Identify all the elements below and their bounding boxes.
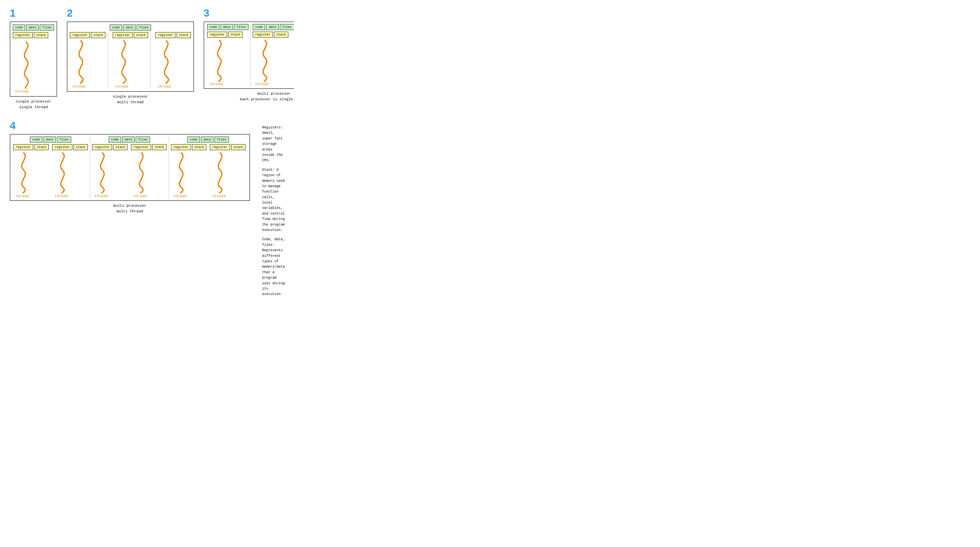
tag-code-2: code xyxy=(110,24,122,30)
diagram-1-number: 1 xyxy=(10,7,57,19)
thread-col-2c: register stack thread xyxy=(153,32,191,89)
thread-wave-1 xyxy=(13,40,42,89)
thread-wave-2b xyxy=(113,40,137,84)
thread-wave-3a xyxy=(207,39,234,82)
proc-4a: code data files register stack thread xyxy=(12,136,90,198)
thread-wave-2c xyxy=(155,40,180,84)
diagram-3-box: code data files register stack thread co… xyxy=(204,22,294,89)
diagram-2-box: code data files register stack thread xyxy=(67,22,194,92)
diagram-3: 3 code data files register stack thread xyxy=(204,7,294,102)
thread-wave-4a1 xyxy=(13,152,37,193)
tag-register: register xyxy=(13,32,33,38)
proc-3a: code data files register stack thread xyxy=(206,24,251,86)
diagram-4-box: code data files register stack thread xyxy=(10,134,250,201)
notes-section: Registers: Small, super fast storage are… xyxy=(262,120,285,301)
thread-col-1: register stack thread xyxy=(13,32,48,94)
diagram-2-shared: code data files xyxy=(110,24,151,30)
tag-data-1: data xyxy=(26,24,39,30)
proc-4b: code data files register stack thread xyxy=(91,136,169,198)
thread-wave-4b1 xyxy=(92,152,115,193)
diagram-2: 2 code data files register stack thread xyxy=(67,7,194,105)
proc-3b: code data files register stack thread xyxy=(252,24,294,86)
proc-4c: code data files register stack thread xyxy=(170,136,248,198)
thread-col-2a: register stack thread xyxy=(70,32,108,89)
tag-stack: stack xyxy=(34,32,48,38)
diagram-4-number: 4 xyxy=(10,120,250,132)
thread-wave-4b2 xyxy=(131,152,154,193)
diagram-2-caption: single processor multi thread xyxy=(67,94,194,105)
diagram-4: 4 code data files register stack xyxy=(10,120,250,214)
tag-files-1: files xyxy=(40,24,54,30)
note-registers: Registers: Small, super fast storage are… xyxy=(262,125,285,163)
diagram-2-threads: register stack thread register stack xyxy=(70,32,191,89)
tag-data-2: data xyxy=(123,24,136,30)
diagram-1-threads: register stack thread xyxy=(13,32,48,94)
diagram-3-number: 3 xyxy=(204,7,294,19)
diagram-1: 1 code data files register stack thread xyxy=(10,7,57,110)
bottom-row: 4 code data files register stack xyxy=(10,120,284,301)
note-stack: Stack: A region of memory used to manage… xyxy=(262,167,285,233)
thread-wave-2a xyxy=(70,40,94,84)
tag-code-1: code xyxy=(13,24,25,30)
thread-col-2b: register stack thread xyxy=(110,32,151,89)
diagram-1-shared: code data files xyxy=(13,24,54,30)
diagram-1-caption: single processor single thread xyxy=(10,99,57,110)
thread-label-1: thread xyxy=(15,90,29,94)
thread-wave-4c1 xyxy=(171,152,194,193)
thread-wave-4c2 xyxy=(210,152,233,193)
diagram-4-caption: multi processor multi thread xyxy=(10,203,250,214)
diagram-3-caption: multi processor each processor is single… xyxy=(204,91,294,102)
tag-files-2: files xyxy=(137,24,151,30)
diagram-2-number: 2 xyxy=(67,7,194,19)
reg-stack-1: register stack xyxy=(13,32,48,38)
thread-wave-4a2 xyxy=(52,152,75,193)
diagram-1-box: code data files register stack thread xyxy=(10,22,57,97)
note-code: Code, data, files: Represents different … xyxy=(262,236,285,297)
thread-wave-3b xyxy=(253,39,280,82)
